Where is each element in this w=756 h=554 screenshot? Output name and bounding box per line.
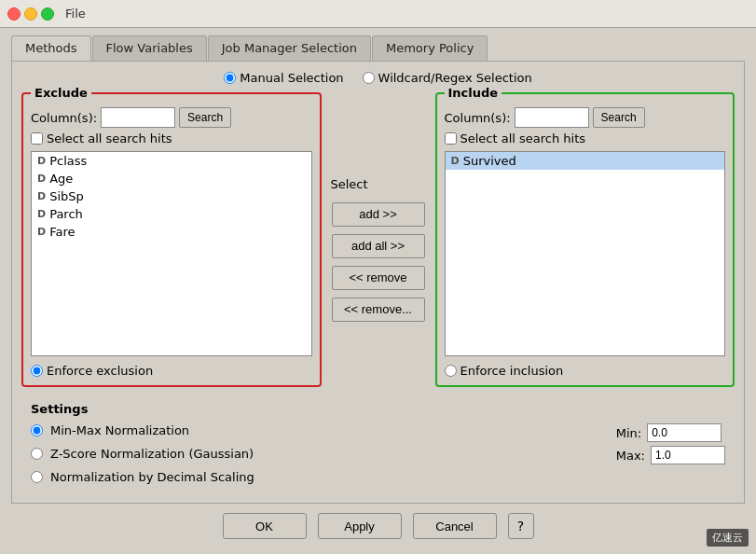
include-search-hits-row: Select all search hits (445, 132, 726, 145)
tab-job-manager[interactable]: Job Manager Selection (208, 35, 371, 61)
min-label: Min: (616, 426, 641, 440)
manual-selection-radio[interactable] (224, 72, 236, 84)
z-score-radio[interactable] (31, 448, 43, 460)
window-title: File (65, 7, 86, 21)
list-item[interactable]: D Fare (32, 223, 311, 241)
window-controls[interactable] (7, 7, 54, 21)
type-badge: D (37, 155, 46, 167)
wildcard-selection-label[interactable]: Wildcard/Regex Selection (363, 71, 532, 85)
selection-mode-row: Manual Selection Wildcard/Regex Selectio… (21, 71, 735, 85)
close-button[interactable] (7, 7, 21, 21)
wildcard-selection-radio[interactable] (363, 72, 375, 84)
exclude-panel: Exclude Column(s): Search Select all sea… (21, 92, 322, 387)
settings-right: Min: Max: (616, 423, 725, 464)
include-enforce-row: Enforce inclusion (445, 364, 726, 378)
help-button[interactable]: ? (508, 513, 534, 539)
columns-row: Exclude Column(s): Search Select all sea… (21, 92, 735, 387)
max-label: Max: (616, 449, 645, 463)
max-row: Max: (616, 446, 725, 464)
decimal-scaling-radio[interactable] (31, 471, 43, 483)
decimal-scaling-label: Normalization by Decimal Scaling (50, 470, 254, 484)
z-score-normalization-row: Z-Score Normalization (Gaussian) (31, 447, 616, 461)
dialog: Methods Flow Variables Job Manager Selec… (0, 28, 756, 554)
watermark: 亿速云 (707, 529, 749, 547)
ok-button[interactable]: OK (223, 513, 307, 539)
settings-section: Settings Min-Max Normalization Z-Score N… (21, 396, 735, 493)
tab-bar: Methods Flow Variables Job Manager Selec… (11, 35, 745, 61)
include-search-hits-label: Select all search hits (460, 132, 586, 145)
exclude-search-button[interactable]: Search (179, 107, 231, 128)
cancel-button[interactable]: Cancel (413, 513, 497, 539)
min-max-normalization-row: Min-Max Normalization (31, 423, 616, 437)
min-max-radio[interactable] (31, 424, 43, 436)
remove-button[interactable]: << remove (332, 266, 425, 290)
list-item[interactable]: D Survived (446, 152, 725, 170)
maximize-button[interactable] (41, 7, 54, 21)
manual-selection-text: Manual Selection (240, 71, 343, 85)
exclude-list-box[interactable]: D Pclass D Age D SibSp D Parch (31, 151, 312, 356)
item-name: Fare (49, 225, 75, 239)
include-search-button[interactable]: Search (593, 107, 645, 128)
exclude-search-hits-checkbox[interactable] (31, 132, 43, 145)
add-all-button[interactable]: add all >> (332, 234, 425, 258)
type-badge: D (37, 190, 46, 202)
apply-button[interactable]: Apply (318, 513, 402, 539)
exclude-column-label: Column(s): (31, 111, 97, 125)
exclude-search-hits-row: Select all search hits (31, 132, 312, 145)
exclude-search-input[interactable] (101, 107, 175, 128)
tab-memory-policy[interactable]: Memory Policy (372, 35, 488, 61)
type-badge: D (37, 173, 46, 185)
min-input[interactable] (647, 423, 722, 442)
list-item[interactable]: D Age (32, 170, 311, 187)
min-row: Min: (616, 423, 725, 442)
item-name: SibSp (49, 189, 84, 203)
type-badge: D (37, 208, 46, 220)
item-name: Age (49, 172, 73, 186)
exclude-legend: Exclude (31, 86, 91, 100)
settings-title: Settings (31, 402, 725, 416)
select-panel: Select add >> add all >> << remove << re… (327, 92, 430, 387)
include-search-row: Column(s): Search (445, 107, 726, 128)
exclude-search-row: Column(s): Search (31, 107, 312, 128)
item-name: Parch (49, 207, 83, 221)
item-name: Survived (463, 154, 516, 168)
max-input[interactable] (651, 446, 725, 464)
title-bar: File (0, 0, 756, 28)
select-label: Select (331, 177, 368, 191)
z-score-label: Z-Score Normalization (Gaussian) (50, 447, 254, 461)
tab-flow-variables[interactable]: Flow Variables (92, 35, 207, 61)
include-list-box[interactable]: D Survived (445, 151, 726, 356)
decimal-scaling-row: Normalization by Decimal Scaling (31, 470, 616, 484)
enforce-inclusion-radio[interactable] (445, 365, 457, 377)
enforce-exclusion-radio[interactable] (31, 365, 43, 377)
tab-methods[interactable]: Methods (11, 35, 91, 61)
item-name: Pclass (49, 154, 87, 168)
wildcard-selection-text: Wildcard/Regex Selection (378, 71, 532, 85)
list-item[interactable]: D Parch (32, 205, 311, 223)
include-search-hits-checkbox[interactable] (445, 132, 457, 145)
add-button[interactable]: add >> (332, 202, 425, 227)
include-column-label: Column(s): (445, 111, 511, 125)
list-item[interactable]: D Pclass (32, 152, 311, 170)
bottom-buttons: OK Apply Cancel ? (11, 504, 745, 543)
minimize-button[interactable] (24, 7, 37, 21)
type-badge: D (451, 155, 460, 167)
type-badge: D (37, 226, 46, 238)
include-panel: Include Column(s): Search Select all sea… (435, 92, 735, 387)
remove-all-button[interactable]: << remove... (332, 298, 425, 322)
include-legend: Include (445, 86, 502, 100)
include-search-input[interactable] (515, 107, 589, 128)
list-item[interactable]: D SibSp (32, 187, 311, 205)
enforce-exclusion-label: Enforce exclusion (47, 364, 153, 378)
exclude-enforce-row: Enforce exclusion (31, 364, 312, 378)
manual-selection-label[interactable]: Manual Selection (224, 71, 343, 85)
tab-content-methods: Manual Selection Wildcard/Regex Selectio… (11, 61, 745, 504)
enforce-inclusion-label: Enforce inclusion (460, 364, 564, 378)
exclude-search-hits-label: Select all search hits (47, 132, 172, 145)
min-max-label: Min-Max Normalization (50, 423, 189, 437)
